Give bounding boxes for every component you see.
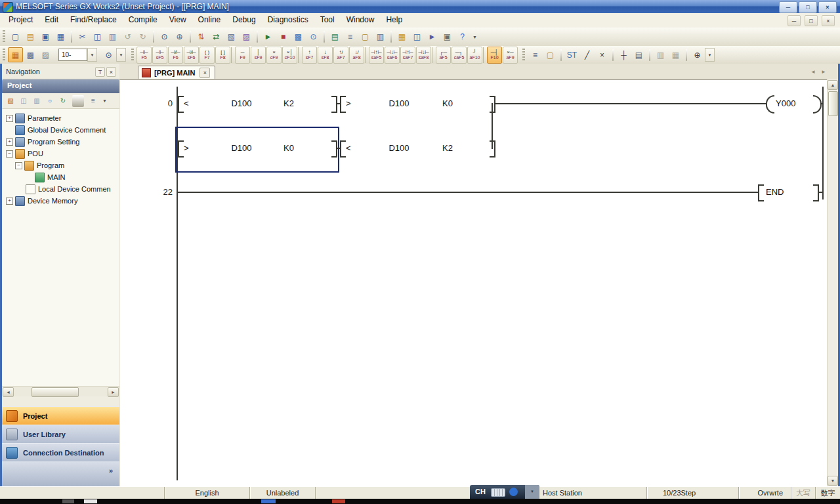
expander-icon[interactable]: −	[6, 150, 13, 158]
ladder-symbol-button[interactable]	[231, 47, 234, 63]
options-icon[interactable]: ▣	[440, 30, 455, 45]
note-icon[interactable]: ▢	[358, 30, 373, 45]
child-close-button[interactable]: ×	[822, 15, 835, 26]
ime-help-icon[interactable]	[509, 488, 518, 496]
edit-line-button[interactable]: ─┤F10	[487, 47, 502, 64]
scroll-left-icon[interactable]: ◄	[3, 387, 14, 397]
falling-pulse-button[interactable]: ↓sF8	[318, 47, 333, 64]
taskbar-item[interactable]	[62, 499, 74, 503]
menu-item[interactable]: Project	[3, 13, 39, 26]
operation-result-rising-pulse-button[interactable]: ─┐caF5	[452, 47, 467, 64]
verify-icon[interactable]: ▧	[224, 30, 239, 45]
help-icon[interactable]: ?	[455, 30, 470, 45]
language-bar-options-icon[interactable]: ▼	[525, 485, 539, 499]
scroll-right-icon[interactable]: ►	[108, 387, 119, 397]
rising-pulse-branch-button[interactable]: ↑/aF7	[333, 47, 348, 64]
toolbar-grip[interactable]	[3, 49, 5, 62]
ladder-symbol-button[interactable]	[432, 47, 435, 63]
tree-item-program-setting[interactable]: + Program Setting	[2, 136, 119, 148]
toolbar-item[interactable]	[612, 49, 614, 61]
sidebar-item-connection-destination[interactable]: Connection Destination	[2, 443, 119, 462]
ladder-symbol-button[interactable]	[483, 47, 486, 63]
minimize-button[interactable]: ─	[779, 1, 797, 13]
undo-icon[interactable]: ↺	[120, 30, 135, 45]
child-restore-button[interactable]: □	[805, 15, 818, 26]
compare-operator[interactable]: <	[346, 142, 351, 154]
toolbar-item[interactable]	[71, 31, 72, 43]
delete-vertical-line-button[interactable]: ×│cF10	[282, 47, 297, 64]
maximize-button[interactable]: □	[799, 1, 817, 13]
scroll-down-icon[interactable]: ▼	[828, 476, 838, 486]
delete-horizontal-line-button[interactable]: ×cF9	[266, 47, 282, 64]
horizontal-line-button[interactable]: ─F9	[235, 47, 250, 64]
toolbar-item[interactable]	[324, 31, 325, 43]
expander-icon[interactable]: +	[6, 115, 13, 122]
new-project-icon[interactable]: ▢	[8, 30, 23, 45]
remote-operation-icon[interactable]: ▨	[239, 30, 254, 45]
refresh-icon[interactable]: ↻	[56, 94, 70, 108]
falling-pulse-close-branch-button[interactable]: ⊣↓⊢saF8	[416, 47, 431, 64]
rising-pulse-close-branch-button[interactable]: ⊣↑⊢saF7	[400, 47, 415, 64]
menu-item[interactable]: Online	[192, 13, 227, 26]
monitor-start-icon[interactable]: ►	[261, 30, 276, 45]
application-instruction-button[interactable]: [ ]F8	[215, 47, 230, 64]
copy-item-icon[interactable]: ◫	[17, 94, 30, 108]
compare-operator[interactable]: <	[184, 98, 189, 110]
close-button[interactable]: ×	[818, 1, 837, 13]
coil-button[interactable]: ( )F7	[200, 47, 215, 64]
taskbar-item[interactable]	[332, 499, 345, 503]
find-dropdown-arrow-icon[interactable]: ▼	[116, 48, 126, 62]
zoom-icon[interactable]: ⊕	[172, 30, 187, 45]
sidebar-horizontal-scrollbar[interactable]: ◄ ►	[2, 386, 119, 396]
device-display-icon[interactable]: ▥	[653, 47, 668, 62]
zoom-dropdown-icon[interactable]: ▼	[705, 48, 715, 62]
view-menu-icon[interactable]: ≡	[87, 94, 100, 108]
tree-item-parameter[interactable]: + Parameter	[2, 112, 119, 124]
menu-item[interactable]: Help	[380, 13, 408, 26]
declaration-icon[interactable]: ▥	[373, 30, 388, 45]
save-all-icon[interactable]: ▦	[53, 30, 68, 45]
menu-item[interactable]: View	[163, 13, 192, 26]
sidebar-item-project[interactable]: Project	[2, 406, 119, 425]
parameter-setting-icon[interactable]: ▦	[394, 30, 410, 45]
edit-line-mode-icon[interactable]: ╱	[579, 47, 595, 62]
toolbar-item[interactable]	[153, 31, 154, 43]
chevron-icon[interactable]: »	[109, 467, 113, 474]
delete-line-mode-icon[interactable]: ×	[595, 47, 610, 62]
closed-branch-button[interactable]: ⊣/⊢sF6	[184, 47, 199, 64]
sidebar-collapse-strip[interactable]: »	[2, 461, 119, 486]
menu-item[interactable]: Find/Replace	[64, 13, 123, 26]
label-editor-icon[interactable]: ▩	[23, 47, 38, 62]
end-instruction[interactable]: END	[766, 186, 810, 198]
read-from-plc-icon[interactable]: ⇄	[209, 30, 224, 45]
keyboard-icon[interactable]	[491, 488, 505, 497]
toolbar-item[interactable]	[72, 95, 84, 107]
menu-item[interactable]: Compile	[123, 13, 163, 26]
scrollbar-thumb[interactable]	[32, 387, 79, 397]
sidebar-item-user-library[interactable]: User Library	[2, 425, 119, 444]
redo-icon[interactable]: ↻	[135, 30, 150, 45]
taskbar-item[interactable]	[84, 499, 97, 503]
menu-item[interactable]: Window	[341, 13, 381, 26]
toolbar-grip[interactable]	[131, 49, 134, 62]
close-panel-icon[interactable]: ×	[106, 67, 116, 77]
watch-icon[interactable]: ⊙	[306, 30, 321, 45]
tree-item-local-device-comment[interactable]: Local Device Commen	[2, 183, 119, 195]
toolbar-overflow-icon[interactable]: ▼	[472, 35, 477, 39]
toolbar-grip[interactable]	[3, 30, 5, 43]
tree-item-global-device-comment[interactable]: Global Device Comment	[2, 124, 119, 136]
menu-item[interactable]: Diagnostics	[262, 13, 314, 26]
copy-icon[interactable]: ◫	[90, 30, 105, 45]
coil-label[interactable]: Y000	[776, 98, 812, 110]
comment-format-icon[interactable]: ▦	[668, 47, 683, 62]
expander-icon[interactable]: +	[6, 138, 13, 146]
zoom-scale-icon[interactable]: ⊕	[690, 47, 705, 62]
toolbar-item[interactable]	[257, 31, 258, 43]
expander-icon[interactable]: +	[6, 198, 13, 205]
project-toolbar-dropdown-icon[interactable]: ▼	[102, 98, 107, 103]
statement-icon[interactable]: ≡	[343, 30, 358, 45]
device-comment-icon[interactable]: ▤	[327, 30, 343, 45]
inline-st-icon[interactable]: ST	[564, 47, 579, 62]
falling-pulse-close-button[interactable]: ⊣↓⊢saF6	[385, 47, 400, 64]
expander-icon[interactable]: −	[15, 162, 22, 169]
